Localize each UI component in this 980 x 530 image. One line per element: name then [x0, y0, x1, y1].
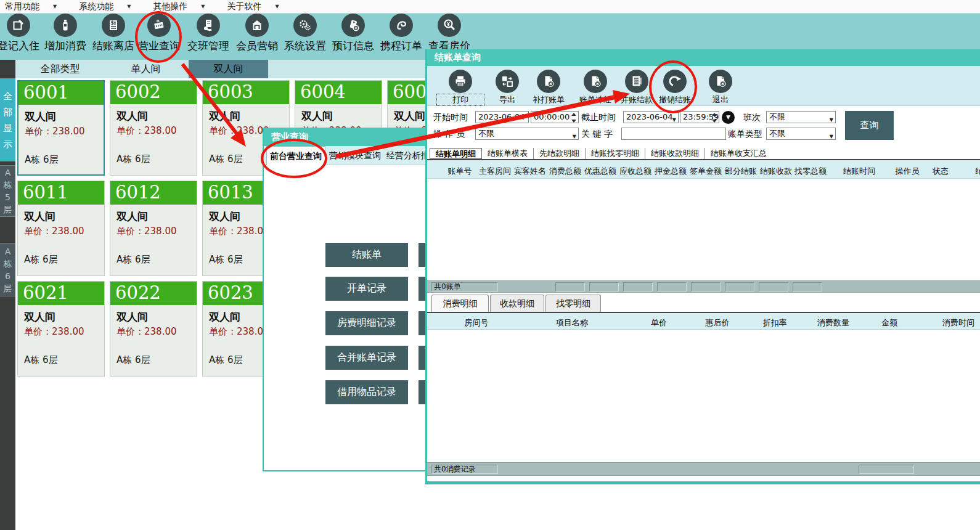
toolbar-member-marketing[interactable]: 会员营销: [232, 14, 282, 53]
menu-about[interactable]: 关于软件 ▼: [227, 1, 296, 12]
room-type: 双人间: [116, 109, 148, 123]
exit-button[interactable]: 退出: [697, 70, 744, 105]
room-card[interactable]: 6001 双人间 单价：238.00 A栋 6层: [17, 80, 105, 176]
toolbar-shift-management[interactable]: 交班管理: [184, 14, 233, 53]
column-header: 金额: [881, 317, 897, 328]
toolbar-checkin[interactable]: 登记入住: [0, 14, 43, 53]
room-number: 6012: [110, 181, 197, 205]
dropdown-caret-icon: ▼: [573, 131, 576, 140]
checkin-pencil-icon: [7, 14, 30, 37]
column-header: 消费数量: [817, 317, 849, 328]
menu-other-operations[interactable]: 其他操作 ▼: [153, 1, 222, 12]
checkout-bill-button[interactable]: 结账单: [325, 243, 408, 267]
tab-marketing-module-query[interactable]: 营销模块查询: [327, 146, 383, 165]
tab-change-detail[interactable]: 结账找零明细: [586, 148, 645, 159]
summary-cell: [859, 465, 914, 474]
bill-type-label: 账单类型: [728, 129, 762, 140]
room-type: 双人间: [116, 310, 148, 324]
toolbar-view-room-price[interactable]: 查看房价: [425, 14, 474, 53]
sidebar-tab-building-a-floor6[interactable]: A栋6层: [0, 243, 15, 296]
room-price: 单价：238.00: [24, 226, 84, 237]
room-card[interactable]: 6012 双人间 单价：238.00 A栋 6层: [110, 181, 197, 276]
toolbar-ctrip-orders[interactable]: 携程订单: [377, 14, 426, 53]
sidebar-tab-show-all[interactable]: 全部显示: [0, 78, 15, 161]
room-type: 双人间: [301, 109, 333, 123]
tab-bill-detail[interactable]: 结账单明细: [430, 148, 482, 159]
column-header: 惠后价: [706, 317, 730, 328]
menu-label: 关于软件: [227, 1, 261, 12]
start-time-input[interactable]: 00:00:00: [531, 111, 579, 123]
tab-income-summary[interactable]: 结账单收支汇总: [705, 148, 772, 159]
query-button[interactable]: 查询: [845, 111, 894, 140]
room-fee-records-button[interactable]: 房费明细记录: [325, 311, 408, 335]
tab-analysis-report[interactable]: 经营分析报表: [385, 146, 428, 165]
tab-single-room[interactable]: 单人间: [103, 60, 189, 78]
column-header: 签单金额: [690, 166, 722, 177]
bill-table-body[interactable]: [427, 179, 980, 280]
tab-double-room[interactable]: 双人间: [189, 60, 268, 78]
room-card[interactable]: 6011 双人间 单价：238.00 A栋 6层: [17, 181, 105, 276]
room-type: 双人间: [209, 109, 240, 123]
column-header: 押金总额: [655, 166, 687, 177]
toolbar-checkout[interactable]: $ 结账离店: [89, 14, 138, 53]
merged-bill-records-button[interactable]: 合并账单记录: [325, 346, 408, 370]
borrowed-items-records-button[interactable]: 借用物品记录: [325, 380, 408, 404]
tab-payment-detail[interactable]: 收款明细: [490, 295, 544, 312]
keyword-input[interactable]: [621, 128, 726, 140]
column-header: 结账时间: [843, 166, 875, 177]
room-price: 单价：238.00: [116, 125, 177, 137]
sidebar-tab-building-a-floor5[interactable]: A栋5层: [0, 165, 15, 217]
tab-all-types[interactable]: 全部类型: [17, 60, 103, 78]
start-date-input[interactable]: 2023-06-04: [475, 111, 529, 123]
record-summary-bar: 共0消费记录: [427, 462, 980, 476]
menu-system-functions[interactable]: 系统功能 ▼: [79, 1, 148, 12]
printer-icon: [449, 70, 472, 93]
bill-reverse-button[interactable]: 账单冲红: [572, 70, 619, 105]
column-header: 单价: [651, 317, 667, 328]
tab-presettle-detail[interactable]: 先结款明细: [534, 148, 586, 159]
summary-cell: [793, 282, 822, 292]
time-spinner[interactable]: [570, 113, 577, 123]
open-bill-records-button[interactable]: 开单记录: [325, 277, 408, 301]
export-button[interactable]: 导出: [484, 70, 531, 105]
room-price: 单价：238.00: [25, 126, 85, 137]
doc-lines-icon: [625, 70, 648, 93]
toolbar-add-consumption[interactable]: 增加消费: [41, 14, 90, 53]
end-date-select[interactable]: 2023-06-04 ▼: [623, 111, 679, 123]
print-button[interactable]: 打印: [437, 70, 484, 105]
operator-select[interactable]: 不限 ▼: [475, 128, 579, 140]
column-header: 优惠总额: [584, 166, 616, 177]
toolbar-business-query[interactable]: 营业查询: [134, 14, 184, 53]
bill-type-select[interactable]: 不限 ▼: [766, 128, 836, 140]
room-price: 单价：238.00: [209, 226, 269, 237]
bottle-icon: [54, 14, 77, 37]
summary-cell: [759, 282, 788, 292]
column-header: 结账收款: [760, 166, 792, 177]
tab-change-given-detail[interactable]: 找零明细: [545, 295, 601, 312]
tab-receipt-detail[interactable]: 结账收款明细: [645, 148, 705, 159]
room-card[interactable]: 6002 双人间 单价：238.00 A栋 6层: [110, 80, 197, 176]
tab-front-desk-query[interactable]: 前台营业查询: [266, 146, 325, 165]
end-time-input[interactable]: 23:59:59: [680, 111, 719, 123]
menu-label: 系统功能: [79, 1, 113, 12]
time-spinner[interactable]: [711, 113, 717, 123]
column-header: 消费总额: [549, 166, 581, 177]
svg-text:$: $: [111, 20, 115, 26]
tab-consumption-detail[interactable]: 消费明细: [431, 295, 489, 312]
toolbar-booking-info[interactable]: 预订信息: [329, 14, 378, 53]
quick-date-button[interactable]: ▼: [722, 111, 735, 124]
column-header: 折扣率: [763, 317, 787, 328]
detail-table-body[interactable]: [427, 330, 980, 462]
room-type: 双人间: [209, 210, 240, 224]
undo-checkout-button[interactable]: 撤销结账: [651, 70, 698, 105]
reprint-bill-button[interactable]: 补打账单: [525, 70, 572, 105]
tab-bill-horizontal[interactable]: 结账单横表: [482, 148, 534, 159]
summary-cell: [691, 282, 721, 292]
bill-table-header: 账单号 主客房间 宾客姓名 消费总额 优惠总额 应收总额 押金总额 签单金额 部…: [427, 159, 980, 179]
room-card[interactable]: 6022 双人间 单价：238.00 A栋 6层: [110, 281, 197, 377]
shift-select[interactable]: 不限 ▼: [766, 111, 836, 123]
menu-common-functions[interactable]: 常用功能 ▼: [5, 1, 74, 12]
room-type: 双人间: [24, 310, 55, 324]
toolbar-system-settings[interactable]: 系统设置: [280, 14, 330, 53]
room-card[interactable]: 6021 双人间 单价：238.00 A栋 6层: [17, 281, 105, 377]
